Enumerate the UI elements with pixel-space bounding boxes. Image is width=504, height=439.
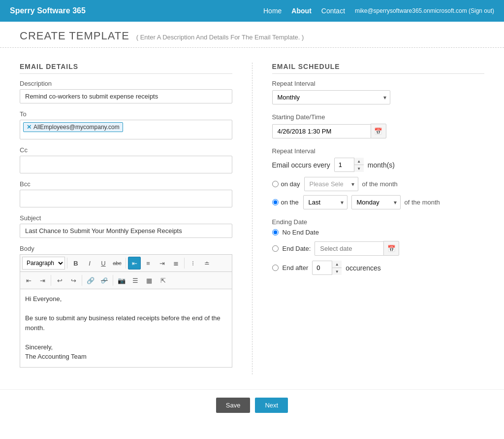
- description-label: Description: [20, 80, 232, 87]
- on-day-label: on day: [281, 180, 300, 188]
- cc-input[interactable]: [20, 156, 232, 173]
- editor-toolbar-row1: Paragraph B I U abc ⇤ ≡ ⇥ ≣ ⁝ ≐: [20, 254, 232, 271]
- calendar-icon-button[interactable]: 📅: [371, 124, 386, 138]
- footer-bar: Save Next: [0, 389, 504, 421]
- on-the-radio-label[interactable]: on the: [272, 199, 299, 206]
- align-right-button[interactable]: ⇥: [156, 257, 168, 270]
- main-nav: Home About Contact mike@sperrysoftware36…: [263, 7, 494, 15]
- repeat-section: Repeat Interval Email occurs every ▲ ▼ m…: [272, 147, 485, 209]
- end-date-input[interactable]: [315, 241, 383, 256]
- table-button[interactable]: ☰: [129, 274, 142, 287]
- bcc-label: Bcc: [20, 180, 232, 188]
- list-button[interactable]: ⁝: [187, 257, 199, 270]
- body-label: Body: [20, 245, 232, 252]
- on-day-radio-label[interactable]: on day: [272, 180, 300, 188]
- description-input[interactable]: [20, 89, 232, 103]
- email-schedule-title: EMAIL SCHEDULE: [272, 63, 485, 74]
- starting-label: Starting Date/Time: [272, 113, 485, 121]
- on-the-first-select-wrapper: Last First Second Third Fourth: [303, 195, 347, 209]
- to-label: To: [20, 110, 232, 118]
- page-title-bar: CREATE TEMPLATE ( Enter A Description An…: [0, 22, 504, 48]
- align-left-button[interactable]: ⇤: [128, 257, 141, 270]
- app-header: Sperry Software 365 Home About Contact m…: [0, 0, 504, 22]
- to-tag[interactable]: ✕ AllEmployees@mycompany.com: [23, 122, 123, 132]
- end-date-radio[interactable]: [272, 245, 279, 252]
- fullscreen-button[interactable]: ⇱: [157, 274, 169, 287]
- page-title: CREATE TEMPLATE: [20, 30, 129, 42]
- email-schedule-panel: EMAIL SCHEDULE Repeat Interval Monthly D…: [252, 63, 485, 374]
- on-the-first-select[interactable]: Last First Second Third Fourth: [303, 195, 347, 209]
- occurrences-label: occurences: [346, 264, 381, 272]
- on-the-second-select[interactable]: Monday Sunday Tuesday Wednesday Thursday…: [351, 195, 401, 209]
- end-after-label[interactable]: End after: [283, 264, 309, 271]
- toolbar-sep-3: [184, 258, 185, 269]
- on-day-radio[interactable]: [272, 181, 279, 187]
- ending-section: Ending Date No End Date End Date: 📅 End …: [272, 218, 485, 275]
- outdent-button[interactable]: ⇤: [22, 274, 35, 287]
- toolbar-sep-4: [51, 275, 51, 286]
- end-after-spinner-down[interactable]: ▼: [332, 268, 342, 275]
- toolbar-sep-1: [67, 258, 67, 269]
- on-day-select[interactable]: Please Select: [304, 177, 358, 191]
- end-date-input-wrapper: 📅: [315, 241, 399, 256]
- to-input-box[interactable]: ✕ AllEmployees@mycompany.com: [20, 120, 232, 139]
- on-the-label: on the: [281, 199, 299, 206]
- occurs-spinner-down[interactable]: ▼: [354, 165, 364, 172]
- ending-label: Ending Date: [272, 218, 485, 226]
- subject-input[interactable]: [20, 224, 232, 238]
- on-day-row: on day Please Select of the month: [272, 177, 485, 191]
- nav-home[interactable]: Home: [263, 7, 282, 15]
- date-input-wrapper: 📅: [272, 124, 485, 138]
- ordered-list-button[interactable]: ≐: [200, 257, 213, 270]
- image-button[interactable]: 📷: [115, 274, 128, 287]
- repeat-interval-select[interactable]: Monthly Daily Weekly Yearly: [272, 90, 390, 104]
- indent-button[interactable]: ⇥: [36, 274, 49, 287]
- end-after-spinner-arrows: ▲ ▼: [332, 261, 342, 275]
- occurs-every-row: Email occurs every ▲ ▼ month(s): [272, 158, 485, 172]
- to-group: To ✕ AllEmployees@mycompany.com: [20, 110, 232, 139]
- no-end-date-option: No End Date: [272, 229, 485, 236]
- main-content: EMAIL DETAILS Description To ✕ AllEmploy…: [0, 48, 504, 389]
- repeat-interval-label: Repeat Interval: [272, 80, 485, 87]
- starting-date-input[interactable]: [272, 124, 371, 138]
- bcc-group: Bcc: [20, 180, 232, 207]
- on-day-select-wrapper: Please Select: [304, 177, 358, 191]
- next-button[interactable]: Next: [255, 398, 288, 413]
- grid-button[interactable]: ▦: [143, 274, 156, 287]
- body-line4: The Accounting Team: [25, 352, 227, 362]
- body-editor[interactable]: Hi Everyone, Be sure to submit any busin…: [20, 289, 232, 368]
- end-after-radio[interactable]: [272, 265, 279, 271]
- end-after-spinner-wrap: ▲ ▼: [312, 261, 342, 275]
- underline-button[interactable]: U: [97, 257, 110, 270]
- undo-button[interactable]: ↩: [53, 274, 66, 287]
- page-subtitle: ( Enter A Description And Details For Th…: [136, 34, 304, 41]
- toolbar-sep-6: [113, 275, 113, 286]
- on-the-radio[interactable]: [272, 199, 279, 205]
- no-end-date-radio[interactable]: [272, 229, 279, 236]
- strikethrough-button[interactable]: abc: [111, 257, 124, 270]
- body-line2: Be sure to submit any business related r…: [25, 313, 227, 333]
- align-center-button[interactable]: ≡: [142, 257, 155, 270]
- occurs-spinner-up[interactable]: ▲: [354, 158, 364, 165]
- of-the-month-2: of the month: [405, 199, 440, 206]
- cc-label: Cc: [20, 146, 232, 154]
- unlink-button[interactable]: 🔗: [98, 274, 111, 287]
- nav-about[interactable]: About: [291, 7, 311, 15]
- end-after-spinner-up[interactable]: ▲: [332, 261, 342, 268]
- save-button[interactable]: Save: [216, 398, 251, 413]
- link-button[interactable]: 🔗: [84, 274, 97, 287]
- end-date-calendar-button[interactable]: 📅: [383, 241, 399, 256]
- bold-button[interactable]: B: [69, 257, 82, 270]
- description-group: Description: [20, 80, 232, 103]
- toolbar-sep-5: [82, 275, 82, 286]
- italic-button[interactable]: I: [83, 257, 96, 270]
- end-date-label[interactable]: End Date:: [283, 245, 311, 252]
- align-justify-button[interactable]: ≣: [169, 257, 182, 270]
- paragraph-select[interactable]: Paragraph: [22, 257, 65, 270]
- redo-button[interactable]: ↪: [67, 274, 80, 287]
- no-end-date-label[interactable]: No End Date: [283, 229, 319, 236]
- tag-remove-icon[interactable]: ✕: [27, 124, 32, 131]
- bcc-input[interactable]: [20, 190, 232, 207]
- end-after-option: End after ▲ ▼ occurences: [272, 261, 485, 275]
- nav-contact[interactable]: Contact: [321, 7, 345, 15]
